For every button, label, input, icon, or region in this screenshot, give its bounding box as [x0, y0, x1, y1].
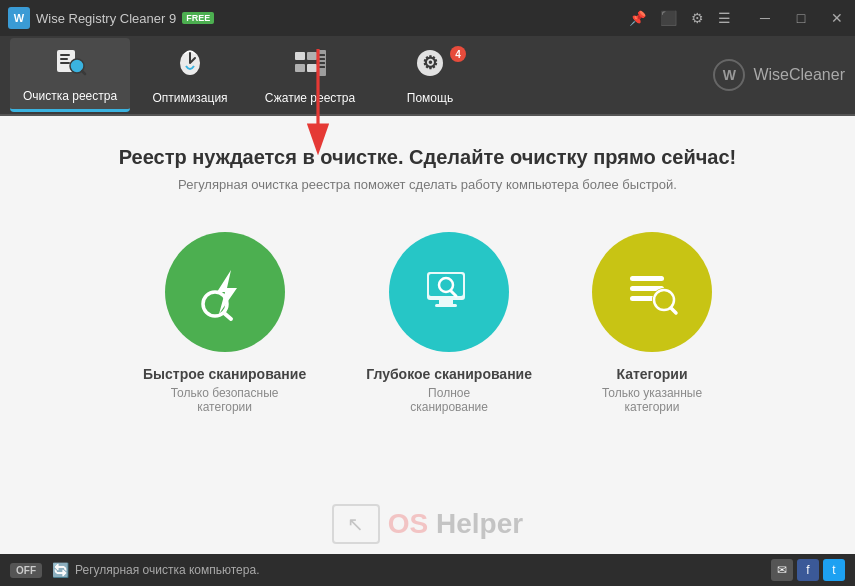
mail-button[interactable]: ✉	[771, 559, 793, 581]
brand: W WiseCleaner	[713, 59, 845, 91]
compress-icon	[293, 46, 327, 87]
toolbar: Очистка реестра Оптимизация	[0, 36, 855, 116]
nav-compress-label: Сжатие реестра	[265, 91, 355, 105]
brand-letter: W	[723, 67, 736, 83]
minimize-button[interactable]: ─	[747, 0, 783, 36]
nav-registry-clean[interactable]: Очистка реестра	[10, 38, 130, 112]
fast-scan-title: Быстрое сканирование	[143, 366, 306, 382]
titlebar-icon-group: 📌 ⬛ ⚙ ☰	[629, 10, 731, 26]
social-buttons: ✉ f t	[771, 559, 845, 581]
main-subheadline: Регулярная очистка реестра поможет сдела…	[178, 177, 677, 192]
fast-scan-desc: Только безопасные категории	[165, 386, 285, 414]
svg-rect-14	[319, 62, 325, 64]
categories-option[interactable]: Категории Только указанные категории	[592, 232, 712, 414]
nav-registry-clean-label: Очистка реестра	[23, 89, 117, 103]
menu-icon[interactable]: ☰	[718, 10, 731, 26]
svg-rect-1	[60, 54, 70, 56]
status-text: Регулярная очистка компьютера.	[75, 563, 259, 577]
close-button[interactable]: ✕	[819, 0, 855, 36]
svg-rect-12	[319, 54, 325, 56]
brand-logo: W	[713, 59, 745, 91]
svg-rect-2	[60, 58, 68, 60]
fast-scan-circle[interactable]	[165, 232, 285, 352]
categories-circle[interactable]	[592, 232, 712, 352]
scan-options: Быстрое сканирование Только безопасные к…	[143, 232, 712, 414]
statusbar: OFF 🔄 Регулярная очистка компьютера. ✉ f…	[0, 554, 855, 586]
svg-rect-8	[307, 52, 317, 60]
nav-help[interactable]: 4 ⚙ Помощь	[370, 38, 490, 112]
svg-rect-7	[295, 52, 305, 60]
svg-rect-9	[295, 64, 305, 72]
registry-clean-icon	[53, 44, 87, 85]
fast-scan-icon	[195, 262, 255, 322]
svg-rect-26	[630, 276, 664, 281]
brand-name: WiseCleaner	[753, 66, 845, 84]
fast-scan-option[interactable]: Быстрое сканирование Только безопасные к…	[143, 232, 306, 414]
help-badge: 4	[450, 46, 466, 62]
svg-line-5	[82, 71, 85, 74]
app-title: Wise Registry Cleaner 9	[36, 11, 176, 26]
svg-rect-10	[307, 64, 317, 72]
optimize-icon	[173, 46, 207, 87]
nav-help-label: Помощь	[407, 91, 453, 105]
svg-rect-22	[439, 300, 453, 304]
app-badge: FREE	[182, 12, 214, 24]
nav-optimize-label: Оптимизация	[152, 91, 227, 105]
titlebar: W Wise Registry Cleaner 9 FREE 📌 ⬛ ⚙ ☰ ─…	[0, 0, 855, 36]
deep-scan-circle[interactable]	[389, 232, 509, 352]
twitter-button[interactable]: t	[823, 559, 845, 581]
categories-icon	[622, 262, 682, 322]
categories-title: Категории	[616, 366, 687, 382]
svg-line-31	[671, 308, 676, 313]
help-icon: ⚙	[413, 46, 447, 87]
svg-rect-15	[319, 66, 325, 68]
deep-scan-desc: Полное сканирование	[389, 386, 509, 414]
nav-compress[interactable]: Сжатие реестра	[250, 38, 370, 112]
app-logo: W	[8, 7, 30, 29]
snapshot-icon[interactable]: ⬛	[660, 10, 677, 26]
svg-rect-3	[60, 62, 70, 64]
deep-scan-title: Глубокое сканирование	[366, 366, 532, 382]
deep-scan-icon	[419, 262, 479, 322]
categories-desc: Только указанные категории	[592, 386, 712, 414]
pin-icon[interactable]: 📌	[629, 10, 646, 26]
settings-icon[interactable]: ⚙	[691, 10, 704, 26]
main-content: Реестр нуждается в очистке. Сделайте очи…	[0, 116, 855, 554]
refresh-icon: 🔄	[52, 562, 69, 578]
svg-text:⚙: ⚙	[422, 53, 438, 73]
svg-rect-13	[319, 58, 325, 60]
nav-optimize[interactable]: Оптимизация	[130, 38, 250, 112]
facebook-button[interactable]: f	[797, 559, 819, 581]
svg-rect-23	[435, 304, 457, 307]
svg-line-19	[224, 313, 231, 319]
status-toggle[interactable]: OFF	[10, 563, 42, 578]
main-headline: Реестр нуждается в очистке. Сделайте очи…	[119, 146, 737, 169]
deep-scan-option[interactable]: Глубокое сканирование Полное сканировани…	[366, 232, 532, 414]
maximize-button[interactable]: □	[783, 0, 819, 36]
titlebar-controls: 📌 ⬛ ⚙ ☰ ─ □ ✕	[629, 0, 855, 36]
